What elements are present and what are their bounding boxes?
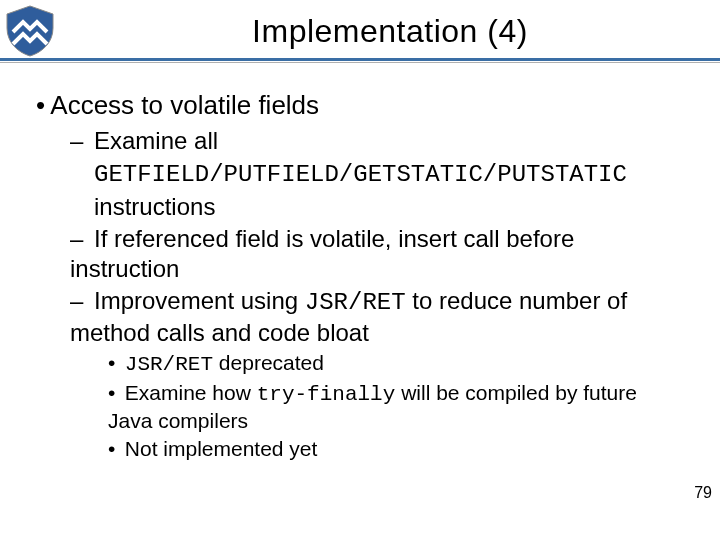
dash-icon: – — [70, 126, 94, 156]
code-text: JSR/RET — [125, 353, 213, 376]
bullet-level-3: •Examine how try-finally will be compile… — [108, 380, 684, 435]
header-rule-secondary — [0, 62, 720, 63]
bullet-continuation: instructions — [94, 192, 684, 222]
code-text: try-finally — [257, 383, 396, 406]
bullet-text: Examine all — [94, 127, 218, 154]
code-text: JSR/RET — [305, 289, 406, 316]
dash-icon: – — [70, 224, 94, 254]
slide-header: Implementation (4) — [0, 0, 720, 62]
bullet-text: Access to volatile fields — [50, 90, 319, 120]
dash-icon: – — [70, 286, 94, 316]
bullet-text: instructions — [94, 193, 215, 220]
bullet-level-3: •JSR/RET deprecated — [108, 350, 684, 378]
bullet-level-2: –If referenced field is volatile, insert… — [70, 224, 684, 284]
code-text: GETFIELD/PUTFIELD/GETSTATIC/PUTSTATIC — [94, 161, 627, 188]
slide-title: Implementation (4) — [60, 13, 720, 50]
bullet-text: If referenced field is volatile, insert … — [70, 225, 574, 282]
bullet-text: Not implemented yet — [125, 437, 318, 460]
page-number: 79 — [694, 484, 712, 502]
shield-logo-icon — [0, 1, 60, 61]
slide-body: •Access to volatile fields –Examine all … — [0, 62, 720, 463]
bullet-level-2: –Improvement using JSR/RET to reduce num… — [70, 286, 684, 348]
bullet-text: deprecated — [213, 351, 324, 374]
bullet-text: Improvement using — [94, 287, 305, 314]
header-rule-primary — [0, 58, 720, 61]
bullet-level-1: •Access to volatile fields — [36, 90, 684, 122]
bullet-text: Examine how — [125, 381, 257, 404]
code-line: GETFIELD/PUTFIELD/GETSTATIC/PUTSTATIC — [94, 158, 684, 190]
bullet-level-2: –Examine all — [70, 126, 684, 156]
bullet-level-3: •Not implemented yet — [108, 436, 684, 462]
bullet-dot-icon: • — [108, 436, 125, 462]
bullet-dot-icon: • — [108, 380, 125, 406]
slide: { "title": "Implementation (4)", "list":… — [0, 0, 720, 540]
bullet-dot-icon: • — [36, 90, 50, 122]
bullet-dot-icon: • — [108, 350, 125, 376]
